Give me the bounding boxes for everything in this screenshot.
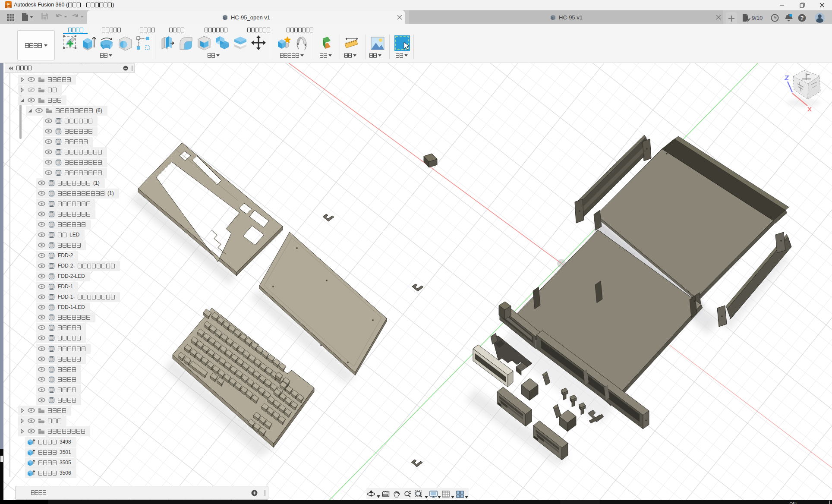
svg-text:360: 360 <box>7 6 10 8</box>
svg-text:?: ? <box>800 15 804 21</box>
